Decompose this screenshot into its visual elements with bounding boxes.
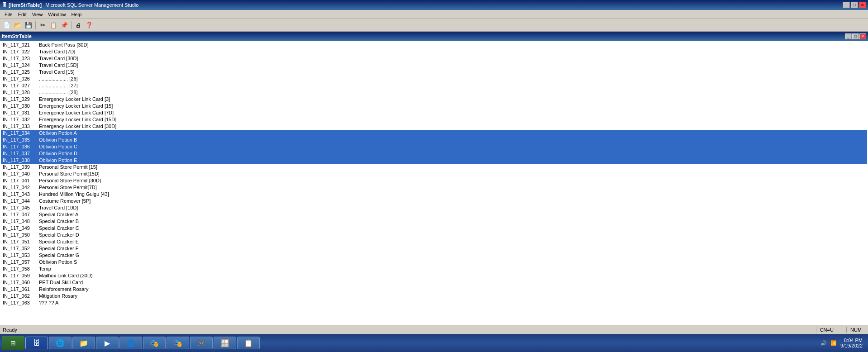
inner-minimize-btn[interactable]: _ <box>845 33 852 39</box>
table-row[interactable]: IN_117_042Personal Store Permit[7D] <box>1 184 867 191</box>
menu-bar: File Edit View Window Help <box>0 10 868 19</box>
menu-file[interactable]: File <box>2 11 15 18</box>
table-row[interactable]: IN_117_036Oblivion Potion C <box>1 143 867 150</box>
row-name: Personal Store Permit[15D] <box>37 171 867 177</box>
table-row[interactable]: IN_117_030Emergency Locker Link Card [15… <box>1 103 867 109</box>
table-row[interactable]: IN_117_049Special Cracker C <box>1 225 867 232</box>
table-row[interactable]: IN_117_040Personal Store Permit[15D] <box>1 171 867 177</box>
row-id: IN_117_029 <box>1 96 37 103</box>
table-row[interactable]: IN_117_059Mailbox Link Card (30D) <box>1 272 867 279</box>
row-id: IN_117_042 <box>1 184 37 191</box>
menu-window[interactable]: Window <box>45 11 68 18</box>
row-name: Personal Store Permit [30D] <box>37 177 867 184</box>
table-row[interactable]: IN_117_027..................... [27] <box>1 82 867 89</box>
row-name: Travel Card [15] <box>37 69 867 76</box>
app-title: Microsoft SQL Server Management Studio <box>45 2 138 8</box>
start-button[interactable]: ⊞ <box>2 336 24 350</box>
table-row[interactable]: IN_117_032Emergency Locker Link Card [15… <box>1 116 867 123</box>
status-bar: Ready CN=U NUM <box>0 325 868 334</box>
row-id: IN_117_057 <box>1 259 37 266</box>
table-row[interactable]: IN_117_033Emergency Locker Link Card [30… <box>1 123 867 130</box>
taskbar-app-ie[interactable]: 🌐 <box>49 337 72 349</box>
data-table: IN_117_021Back Point Pass [30D]IN_117_02… <box>1 42 867 306</box>
row-name: Reinforcement Rosary <box>37 286 867 293</box>
row-name: ..................... [28] <box>37 89 867 96</box>
table-row[interactable]: IN_117_051Special Cracker E <box>1 238 867 245</box>
inner-close-btn[interactable]: ✕ <box>859 33 866 39</box>
table-row[interactable]: IN_117_034Oblivion Potion A <box>1 130 867 137</box>
table-row[interactable]: IN_117_044Costume Remover [5P] <box>1 198 867 205</box>
inner-maximize-btn[interactable]: □ <box>852 33 859 39</box>
table-row[interactable]: IN_117_060PET Dual Skill Card <box>1 279 867 286</box>
row-name: PET Dual Skill Card <box>37 279 867 286</box>
separator-2 <box>71 21 72 29</box>
row-id: IN_117_045 <box>1 205 37 211</box>
new-button[interactable]: 📄 <box>2 20 12 30</box>
minimize-button[interactable]: _ <box>843 2 850 8</box>
table-row[interactable]: IN_117_057Oblivion Potion S <box>1 259 867 266</box>
table-row[interactable]: IN_117_031Emergency Locker Link Card [7D… <box>1 109 867 116</box>
row-id: IN_117_028 <box>1 89 37 96</box>
table-row[interactable]: IN_117_021Back Point Pass [30D] <box>1 42 867 48</box>
row-name: Hundred Million Ying Guigu [43] <box>37 191 867 198</box>
close-button[interactable]: ✕ <box>859 2 866 8</box>
table-row[interactable]: IN_117_062Mitigation Rosary <box>1 293 867 300</box>
table-row[interactable]: IN_117_061Reinforcement Rosary <box>1 286 867 293</box>
taskbar-app-2[interactable]: 🎭 <box>143 337 166 349</box>
table-row[interactable]: IN_117_052Special Cracker F <box>1 245 867 252</box>
taskbar-app-media[interactable]: ▶ <box>96 337 119 349</box>
row-name: Emergency Locker Link Card [7D] <box>37 109 867 116</box>
help-button[interactable]: ❓ <box>84 20 94 30</box>
paste-button[interactable]: 📌 <box>59 20 69 30</box>
table-row[interactable]: IN_117_045Travel Card [10D] <box>1 205 867 211</box>
table-row[interactable]: IN_117_022Travel Card [7D] <box>1 48 867 55</box>
row-name: Emergency Locker Link Card [15D] <box>37 116 867 123</box>
table-row[interactable]: IN_117_048Special Cracker B <box>1 218 867 225</box>
title-text: [ItemStrTable] <box>9 2 42 8</box>
table-row[interactable]: IN_117_026..................... [26] <box>1 76 867 82</box>
cut-button[interactable]: ✂ <box>38 20 48 30</box>
menu-edit[interactable]: Edit <box>15 11 29 18</box>
list-area[interactable]: IN_117_021Back Point Pass [30D]IN_117_02… <box>0 41 868 325</box>
row-name: Special Cracker C <box>37 225 867 232</box>
taskbar-app-3[interactable]: 🎭 <box>167 337 189 349</box>
table-row[interactable]: IN_117_025Travel Card [15] <box>1 69 867 76</box>
table-row[interactable]: IN_117_024Travel Card [15D] <box>1 62 867 69</box>
taskbar-app-5[interactable]: 🪟 <box>214 337 236 349</box>
save-button[interactable]: 💾 <box>24 20 33 30</box>
taskbar-network-icon: 🔊 <box>820 340 827 346</box>
taskbar-app-1[interactable]: 👤 <box>119 337 142 349</box>
row-id: IN_117_036 <box>1 143 37 150</box>
menu-help[interactable]: Help <box>68 11 84 18</box>
taskbar-app-4[interactable]: 🎮 <box>190 337 213 349</box>
row-name: Mailbox Link Card (30D) <box>37 272 867 279</box>
table-row[interactable]: IN_117_058Temp <box>1 266 867 272</box>
taskbar-date: 9/19/2022 <box>840 343 863 348</box>
taskbar-app-6[interactable]: 📋 <box>237 337 260 349</box>
menu-view[interactable]: View <box>29 11 46 18</box>
copy-button[interactable]: 📋 <box>48 20 58 30</box>
taskbar-app-explorer[interactable]: 📁 <box>72 337 95 349</box>
maximize-button[interactable]: □ <box>851 2 858 8</box>
table-row[interactable]: IN_117_041Personal Store Permit [30D] <box>1 177 867 184</box>
table-row[interactable]: IN_117_029Emergency Locker Link Card [3] <box>1 96 867 103</box>
row-id: IN_117_047 <box>1 211 37 218</box>
print-button[interactable]: 🖨 <box>73 20 83 30</box>
taskbar-volume-icon: 📶 <box>830 340 837 346</box>
taskbar-app-sql[interactable]: 🗄 <box>25 337 48 349</box>
table-row[interactable]: IN_117_028..................... [28] <box>1 89 867 96</box>
row-id: IN_117_049 <box>1 225 37 232</box>
table-row[interactable]: IN_117_039Personal Store Permit [15] <box>1 164 867 171</box>
table-row[interactable]: IN_117_050Special Cracker D <box>1 232 867 238</box>
table-row[interactable]: IN_117_043Hundred Million Ying Guigu [43… <box>1 191 867 198</box>
taskbar-time: 8:04 PM <box>844 338 863 343</box>
table-row[interactable]: IN_117_023Travel Card [30D] <box>1 55 867 62</box>
table-row[interactable]: IN_117_063??? ?? A <box>1 300 867 306</box>
table-row[interactable]: IN_117_047Special Cracker A <box>1 211 867 218</box>
row-name: Back Point Pass [30D] <box>37 42 867 48</box>
table-row[interactable]: IN_117_035Oblivion Potion B <box>1 137 867 143</box>
open-button[interactable]: 📂 <box>13 20 23 30</box>
table-row[interactable]: IN_117_037Oblivion Potion D <box>1 150 867 157</box>
table-row[interactable]: IN_117_038Oblivion Potion E <box>1 157 867 164</box>
table-row[interactable]: IN_117_053Special Cracker G <box>1 252 867 259</box>
